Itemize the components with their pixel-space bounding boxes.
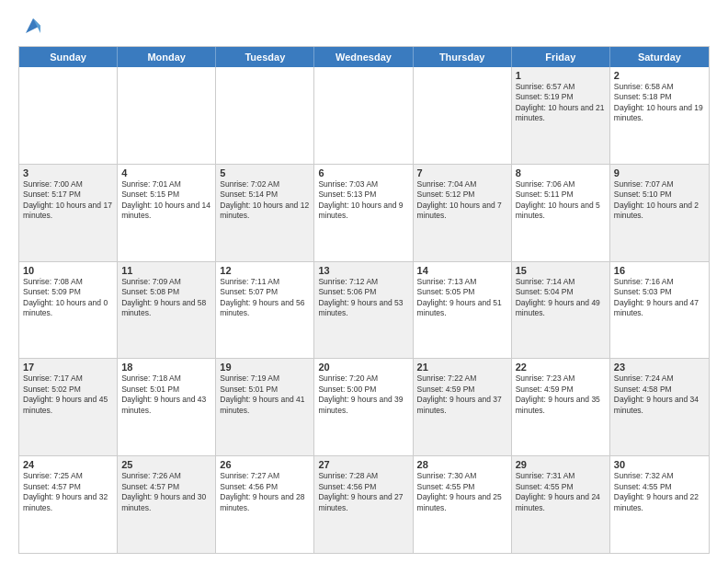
day-number: 1 xyxy=(516,70,606,81)
day-number: 5 xyxy=(220,167,310,178)
day-number: 17 xyxy=(23,362,113,373)
calendar-cell-22: 22Sunrise: 7:23 AM Sunset: 4:59 PM Dayli… xyxy=(512,359,610,455)
calendar-cell-17: 17Sunrise: 7:17 AM Sunset: 5:02 PM Dayli… xyxy=(19,359,118,455)
calendar-row-1: 3Sunrise: 7:00 AM Sunset: 5:17 PM Daylig… xyxy=(19,165,709,262)
day-number: 26 xyxy=(220,459,310,470)
day-number: 8 xyxy=(516,167,606,178)
day-number: 6 xyxy=(318,167,408,178)
cell-info: Sunrise: 7:00 AM Sunset: 5:17 PM Dayligh… xyxy=(23,179,113,222)
cell-info: Sunrise: 7:12 AM Sunset: 5:06 PM Dayligh… xyxy=(318,277,408,319)
day-number: 12 xyxy=(220,265,310,276)
day-number: 25 xyxy=(121,459,211,470)
day-number: 18 xyxy=(121,362,211,373)
header-day-thursday: Thursday xyxy=(414,47,512,67)
header-day-sunday: Sunday xyxy=(19,47,118,67)
cell-info: Sunrise: 7:03 AM Sunset: 5:13 PM Dayligh… xyxy=(318,179,408,222)
calendar-cell-10: 10Sunrise: 7:08 AM Sunset: 5:09 PM Dayli… xyxy=(19,262,118,359)
calendar-cell-21: 21Sunrise: 7:22 AM Sunset: 4:59 PM Dayli… xyxy=(414,359,512,455)
cell-info: Sunrise: 7:19 AM Sunset: 5:01 PM Dayligh… xyxy=(220,373,310,416)
cell-info: Sunrise: 7:13 AM Sunset: 5:05 PM Dayligh… xyxy=(417,277,507,319)
day-number: 24 xyxy=(23,459,113,470)
day-number: 14 xyxy=(417,265,507,276)
cell-info: Sunrise: 7:27 AM Sunset: 4:56 PM Dayligh… xyxy=(220,471,310,513)
calendar-cell-14: 14Sunrise: 7:13 AM Sunset: 5:05 PM Dayli… xyxy=(414,262,512,359)
calendar-row-3: 17Sunrise: 7:17 AM Sunset: 5:02 PM Dayli… xyxy=(19,359,709,456)
day-number: 15 xyxy=(516,265,606,276)
cell-info: Sunrise: 7:25 AM Sunset: 4:57 PM Dayligh… xyxy=(23,471,113,513)
calendar-cell-26: 26Sunrise: 7:27 AM Sunset: 4:56 PM Dayli… xyxy=(216,456,314,553)
calendar-cell-6: 6Sunrise: 7:03 AM Sunset: 5:13 PM Daylig… xyxy=(314,165,413,261)
cell-info: Sunrise: 7:20 AM Sunset: 5:00 PM Dayligh… xyxy=(318,373,408,416)
cell-info: Sunrise: 7:09 AM Sunset: 5:08 PM Dayligh… xyxy=(121,277,211,319)
day-number: 4 xyxy=(121,167,211,178)
logo xyxy=(18,15,44,37)
cell-info: Sunrise: 7:22 AM Sunset: 4:59 PM Dayligh… xyxy=(417,373,507,416)
calendar-cell-2: 2Sunrise: 6:58 AM Sunset: 5:18 PM Daylig… xyxy=(610,67,709,164)
calendar-cell-16: 16Sunrise: 7:16 AM Sunset: 5:03 PM Dayli… xyxy=(610,262,709,359)
cell-info: Sunrise: 7:16 AM Sunset: 5:03 PM Dayligh… xyxy=(614,277,705,319)
calendar-row-4: 24Sunrise: 7:25 AM Sunset: 4:57 PM Dayli… xyxy=(19,456,709,553)
calendar-cell-20: 20Sunrise: 7:20 AM Sunset: 5:00 PM Dayli… xyxy=(314,359,413,455)
header-day-saturday: Saturday xyxy=(610,47,709,67)
calendar-cell-7: 7Sunrise: 7:04 AM Sunset: 5:12 PM Daylig… xyxy=(414,165,512,261)
calendar-cell-12: 12Sunrise: 7:11 AM Sunset: 5:07 PM Dayli… xyxy=(216,262,314,359)
cell-info: Sunrise: 7:30 AM Sunset: 4:55 PM Dayligh… xyxy=(417,471,507,513)
day-number: 7 xyxy=(417,167,507,178)
calendar-cell-25: 25Sunrise: 7:26 AM Sunset: 4:57 PM Dayli… xyxy=(118,456,216,553)
day-number: 27 xyxy=(318,459,408,470)
calendar-cell-29: 29Sunrise: 7:31 AM Sunset: 4:55 PM Dayli… xyxy=(512,456,610,553)
header xyxy=(18,15,710,37)
cell-info: Sunrise: 6:58 AM Sunset: 5:18 PM Dayligh… xyxy=(614,82,705,124)
cell-info: Sunrise: 7:01 AM Sunset: 5:15 PM Dayligh… xyxy=(121,179,211,222)
cell-info: Sunrise: 7:31 AM Sunset: 4:55 PM Dayligh… xyxy=(516,471,606,513)
cell-info: Sunrise: 7:02 AM Sunset: 5:14 PM Dayligh… xyxy=(220,179,310,222)
header-day-wednesday: Wednesday xyxy=(314,47,413,67)
calendar-cell-1: 1Sunrise: 6:57 AM Sunset: 5:19 PM Daylig… xyxy=(512,67,610,164)
calendar-row-2: 10Sunrise: 7:08 AM Sunset: 5:09 PM Dayli… xyxy=(19,262,709,360)
calendar-cell-27: 27Sunrise: 7:28 AM Sunset: 4:56 PM Dayli… xyxy=(314,456,413,553)
day-number: 30 xyxy=(614,459,705,470)
calendar-cell-5: 5Sunrise: 7:02 AM Sunset: 5:14 PM Daylig… xyxy=(216,165,314,261)
header-day-tuesday: Tuesday xyxy=(216,47,314,67)
calendar-cell-24: 24Sunrise: 7:25 AM Sunset: 4:57 PM Dayli… xyxy=(19,456,118,553)
day-number: 20 xyxy=(318,362,408,373)
cell-info: Sunrise: 7:28 AM Sunset: 4:56 PM Dayligh… xyxy=(318,471,408,513)
day-number: 11 xyxy=(121,265,211,276)
day-number: 29 xyxy=(516,459,606,470)
calendar-cell-13: 13Sunrise: 7:12 AM Sunset: 5:06 PM Dayli… xyxy=(314,262,413,359)
cell-info: Sunrise: 7:08 AM Sunset: 5:09 PM Dayligh… xyxy=(23,277,113,319)
day-number: 22 xyxy=(516,362,606,373)
cell-info: Sunrise: 7:18 AM Sunset: 5:01 PM Dayligh… xyxy=(121,373,211,416)
calendar-cell-28: 28Sunrise: 7:30 AM Sunset: 4:55 PM Dayli… xyxy=(414,456,512,553)
calendar-cell-empty-r0c4 xyxy=(414,67,512,164)
cell-info: Sunrise: 7:26 AM Sunset: 4:57 PM Dayligh… xyxy=(121,471,211,513)
cell-info: Sunrise: 7:17 AM Sunset: 5:02 PM Dayligh… xyxy=(23,373,113,416)
day-number: 19 xyxy=(220,362,310,373)
calendar-cell-23: 23Sunrise: 7:24 AM Sunset: 4:58 PM Dayli… xyxy=(610,359,709,455)
calendar-cell-18: 18Sunrise: 7:18 AM Sunset: 5:01 PM Dayli… xyxy=(118,359,216,455)
day-number: 13 xyxy=(318,265,408,276)
calendar-body: 1Sunrise: 6:57 AM Sunset: 5:19 PM Daylig… xyxy=(19,67,709,553)
day-number: 2 xyxy=(614,70,705,81)
cell-info: Sunrise: 7:14 AM Sunset: 5:04 PM Dayligh… xyxy=(516,277,606,319)
calendar-cell-19: 19Sunrise: 7:19 AM Sunset: 5:01 PM Dayli… xyxy=(216,359,314,455)
cell-info: Sunrise: 7:11 AM Sunset: 5:07 PM Dayligh… xyxy=(220,277,310,319)
cell-info: Sunrise: 7:24 AM Sunset: 4:58 PM Dayligh… xyxy=(614,373,705,416)
day-number: 28 xyxy=(417,459,507,470)
cell-info: Sunrise: 7:06 AM Sunset: 5:11 PM Dayligh… xyxy=(516,179,606,222)
day-number: 21 xyxy=(417,362,507,373)
calendar-cell-empty-r0c0 xyxy=(19,67,118,164)
logo-icon xyxy=(22,15,44,37)
header-day-friday: Friday xyxy=(512,47,610,67)
day-number: 10 xyxy=(23,265,113,276)
day-number: 9 xyxy=(614,167,705,178)
cell-info: Sunrise: 6:57 AM Sunset: 5:19 PM Dayligh… xyxy=(516,82,606,124)
calendar-cell-empty-r0c2 xyxy=(216,67,314,164)
calendar-cell-15: 15Sunrise: 7:14 AM Sunset: 5:04 PM Dayli… xyxy=(512,262,610,359)
cell-info: Sunrise: 7:07 AM Sunset: 5:10 PM Dayligh… xyxy=(614,179,705,222)
header-day-monday: Monday xyxy=(118,47,216,67)
calendar-cell-30: 30Sunrise: 7:32 AM Sunset: 4:55 PM Dayli… xyxy=(610,456,709,553)
calendar-cell-9: 9Sunrise: 7:07 AM Sunset: 5:10 PM Daylig… xyxy=(610,165,709,261)
logo-text-block xyxy=(18,15,44,37)
calendar-cell-11: 11Sunrise: 7:09 AM Sunset: 5:08 PM Dayli… xyxy=(118,262,216,359)
